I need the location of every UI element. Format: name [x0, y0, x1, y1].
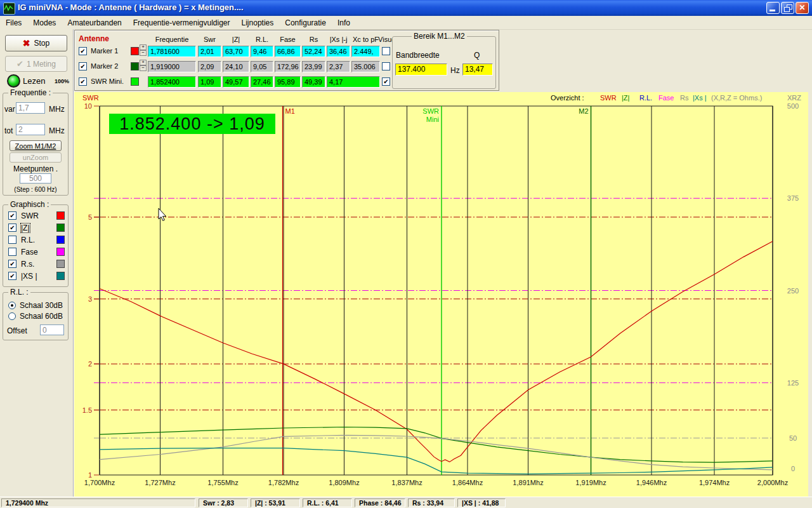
swr-mini-visueel-checkbox[interactable]	[382, 77, 390, 86]
stop-label: Stop	[34, 39, 50, 48]
marker1-rs: 52,24	[302, 46, 325, 57]
swr-mini-rs: 49,39	[302, 76, 325, 88]
header-z: |Z|	[223, 36, 249, 43]
radio-schaal-60db[interactable]	[8, 312, 16, 320]
menu-files[interactable]: Files	[0, 17, 27, 29]
x-tick-label: 1,919Mhz	[575, 479, 606, 486]
var-input[interactable]	[16, 102, 45, 114]
checkbox-rs[interactable]	[8, 260, 16, 268]
checkbox-xs[interactable]	[8, 272, 16, 280]
zoom-m1-m2-button[interactable]: Zoom M1/M2	[10, 140, 62, 151]
app-icon	[3, 3, 15, 15]
q-value: 13,47	[462, 64, 493, 76]
status-swr: Swr : 2,83	[199, 498, 248, 507]
tot-input[interactable]	[16, 124, 45, 135]
marker2-color-box[interactable]	[131, 62, 139, 70]
graphisch-group-title: Graphisch :	[8, 200, 51, 209]
swr-chart[interactable]: 1,700Mhz1,727Mhz1,755Mhz1,782Mhz1,809Mhz…	[74, 92, 808, 497]
swr-mini-swr: 1,09	[198, 76, 221, 88]
radio-schaal-30db[interactable]	[8, 302, 16, 309]
y-left-tick-label: 1.5	[82, 406, 92, 414]
close-button[interactable]	[796, 2, 809, 14]
lezen-label: Lezen	[23, 76, 45, 86]
swr-mini-fase: 95,89	[275, 76, 301, 88]
menu-configuratie[interactable]: Configuratie	[279, 17, 332, 29]
y-left-tick-label: 1	[88, 471, 92, 479]
meetpunten-label: Meetpunten .	[3, 164, 68, 173]
offset-input[interactable]	[40, 324, 64, 335]
tot-label: tot	[4, 126, 13, 135]
unzoom-button[interactable]: unZoom	[10, 152, 62, 163]
series-swr	[100, 241, 773, 462]
x-tick-label: 1,891Mhz	[513, 479, 543, 486]
graph-rl-label: R.L.	[21, 236, 35, 244]
meetpunten-input[interactable]	[20, 173, 51, 184]
marker1-spin-down[interactable]: −	[140, 50, 147, 56]
chart-panel: SWR Overzicht : SWR |Z| R.L. Fase Rs |Xs…	[74, 92, 808, 497]
swr-mini-color-box[interactable]	[131, 77, 139, 86]
marker-label: M1	[285, 107, 295, 115]
antenne-title: Antenne	[79, 34, 109, 43]
x-tick-label: 2,000Mhz	[757, 479, 788, 486]
marker-label: M2	[579, 107, 588, 115]
checkbox-fase[interactable]	[8, 248, 16, 256]
graph-xs-label: |XS |	[21, 272, 37, 281]
rl-color-swatch	[56, 236, 65, 244]
swr-mini-label: SWR Mini.	[91, 77, 124, 85]
stop-button[interactable]: ✖ Stop	[5, 35, 67, 51]
marker1-freq: 1,781600	[148, 46, 196, 57]
marker2-checkbox[interactable]	[79, 62, 87, 70]
header-frequentie: Frequentie	[148, 36, 196, 43]
meting-label: 1 Meting	[27, 60, 56, 69]
lezen-led-icon	[7, 74, 20, 88]
marker2-spin-down[interactable]: −	[140, 65, 147, 71]
checkbox-swr[interactable]	[8, 211, 16, 220]
graph-z-label: |Z|	[21, 224, 30, 232]
marker2-swr: 2,09	[198, 61, 221, 72]
marker2-xs: 2,37	[327, 61, 350, 72]
bereik-group: Bereik M1...M2 Bandbreedte 137.400 Hz Q …	[392, 36, 496, 89]
swr-mini-rl: 27,46	[251, 76, 273, 88]
x-tick-label: 1,974Mhz	[699, 479, 730, 486]
y-left-tick-label: 5	[88, 213, 92, 221]
y-left-tick-label: 10	[84, 102, 92, 110]
marker2-xc: 35.006	[351, 61, 380, 72]
menu-lijnopties[interactable]: Lijnopties	[236, 17, 280, 29]
rs-color-swatch	[56, 260, 65, 268]
swr-mini-xs: 4,17	[327, 76, 380, 88]
minimize-button[interactable]	[766, 2, 780, 14]
x-tick-label: 1,700Mhz	[84, 479, 115, 486]
y-right-tick-label: 375	[787, 194, 799, 202]
swr-mini-checkbox[interactable]	[79, 77, 87, 86]
menu-frequentie-vermenigvuldiger[interactable]: Frequentie-vermenigvuldiger	[128, 17, 236, 29]
marker1-checkbox[interactable]	[79, 47, 87, 55]
checkbox-z[interactable]	[8, 224, 16, 232]
marker1-visueel-checkbox[interactable]	[382, 47, 390, 55]
menu-modes[interactable]: Modes	[27, 17, 62, 29]
x-tick-label: 1,946Mhz	[636, 479, 667, 486]
marker2-visueel-checkbox[interactable]	[382, 62, 390, 70]
marker1-xs: 36,46	[327, 46, 350, 57]
graphisch-group: Graphisch : SWR |Z| R.L. Fase R.s. |XS |	[3, 204, 69, 287]
rl-group-title: R.L. :	[8, 288, 30, 297]
y-right-tick-label: 0	[791, 465, 795, 472]
marker1-fase: 66,86	[275, 46, 301, 57]
swr-mini-freq: 1,852400	[148, 76, 196, 88]
sidebar: ✖ Stop ✔ 1 Meting Lezen 100% Frequentie …	[0, 29, 74, 497]
x-tick-label: 1,837Mhz	[391, 479, 422, 486]
menu-info[interactable]: Info	[332, 17, 356, 29]
meting-button[interactable]: ✔ 1 Meting	[5, 56, 67, 72]
bandbreedte-label: Bandbreedte	[396, 51, 440, 60]
status-xs: |XS | : 41,88	[457, 498, 506, 507]
y-left-tick-label: 2	[88, 360, 92, 368]
checkbox-rl[interactable]	[8, 236, 16, 244]
y-right-tick-label: 125	[787, 379, 799, 387]
rl-scale-group: R.L. : Schaal 30dB Schaal 60dB Offset	[3, 292, 69, 340]
marker1-color-box[interactable]	[131, 47, 139, 55]
marker2-freq: 1,919000	[148, 61, 196, 72]
y-right-tick-label: 50	[789, 434, 797, 442]
restore-button[interactable]	[781, 2, 794, 14]
var-unit: MHz	[49, 105, 65, 114]
menu-amateurbanden[interactable]: Amateurbanden	[62, 17, 127, 29]
schaal-60db-label: Schaal 60dB	[20, 312, 63, 321]
